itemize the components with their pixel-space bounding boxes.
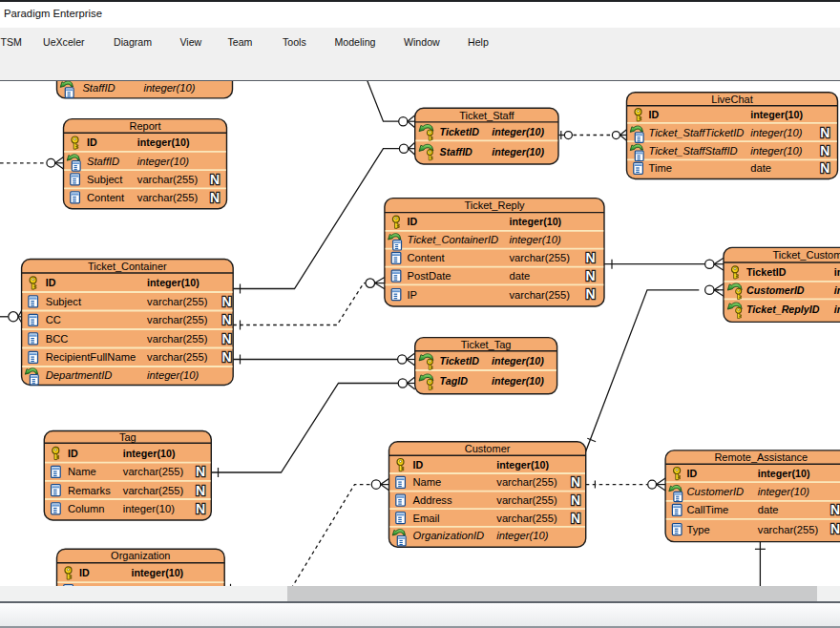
svg-text:Ticket_ContainerID: Ticket_ContainerID <box>408 234 499 245</box>
svg-text:varchar(255): varchar(255) <box>123 466 184 477</box>
svg-text:Remote_Assistance: Remote_Assistance <box>714 451 808 463</box>
svg-text:TicketID: TicketID <box>440 126 480 137</box>
svg-text:integer(10): integer(10) <box>834 284 840 296</box>
svg-text:Content: Content <box>408 252 446 263</box>
svg-text:Tag: Tag <box>119 431 136 443</box>
svg-text:integer(10): integer(10) <box>137 156 189 167</box>
svg-text:BCC: BCC <box>46 333 69 345</box>
svg-text:LiveChat: LiveChat <box>711 94 752 105</box>
svg-text:integer(10): integer(10) <box>492 126 544 137</box>
svg-text:Email: Email <box>413 513 440 524</box>
svg-text:Type: Type <box>687 524 710 535</box>
svg-text:Ticket_Customer: Ticket_Customer <box>772 249 840 261</box>
svg-text:integer(10): integer(10) <box>758 486 809 497</box>
svg-text:Subject: Subject <box>87 174 123 185</box>
svg-text:Organization: Organization <box>111 550 170 561</box>
svg-text:StaffID: StaffID <box>82 82 115 94</box>
svg-text:integer(10): integer(10) <box>834 266 840 278</box>
svg-text:varchar(255): varchar(255) <box>510 252 571 263</box>
svg-text:ID: ID <box>687 468 698 479</box>
svg-text:Ticket_Staff: Ticket_Staff <box>459 110 514 121</box>
svg-text:varchar(255): varchar(255) <box>496 494 557 506</box>
svg-text:date: date <box>758 504 779 515</box>
svg-text:Ticket_Reply: Ticket_Reply <box>464 199 525 211</box>
svg-text:ID: ID <box>87 136 97 148</box>
svg-text:Ticket_ReplyID: Ticket_ReplyID <box>746 304 820 315</box>
svg-text:integer(10): integer(10) <box>750 145 802 157</box>
svg-text:varchar(255): varchar(255) <box>137 192 199 203</box>
svg-text:date: date <box>510 270 531 282</box>
svg-text:varchar(255): varchar(255) <box>496 476 557 488</box>
svg-text:CustomerID: CustomerID <box>746 284 805 296</box>
svg-text:varchar(255): varchar(255) <box>510 289 571 301</box>
svg-text:integer(10): integer(10) <box>750 109 803 120</box>
svg-text:RecipientFullName: RecipientFullName <box>46 351 136 363</box>
svg-text:Ticket_Tag: Ticket_Tag <box>461 339 512 350</box>
svg-text:integer(10): integer(10) <box>492 146 544 157</box>
svg-text:Time: Time <box>649 162 672 174</box>
svg-text:ID: ID <box>68 448 78 459</box>
svg-text:Content: Content <box>87 192 125 203</box>
svg-text:integer(10): integer(10) <box>123 503 175 514</box>
svg-text:Name: Name <box>68 466 96 477</box>
svg-text:CustomerID: CustomerID <box>687 486 745 497</box>
svg-text:ID: ID <box>46 277 56 288</box>
svg-text:varchar(255): varchar(255) <box>137 174 199 185</box>
svg-text:Ticket_Container: Ticket_Container <box>88 261 167 272</box>
svg-text:integer(10): integer(10) <box>147 369 199 381</box>
svg-text:DepartmentID: DepartmentID <box>46 369 113 381</box>
svg-text:TagID: TagID <box>440 375 469 387</box>
svg-text:integer(10): integer(10) <box>123 448 176 459</box>
svg-text:Report: Report <box>129 120 160 132</box>
svg-text:ID: ID <box>79 567 90 578</box>
svg-text:Remarks: Remarks <box>68 485 111 496</box>
svg-text:CC: CC <box>46 314 61 325</box>
svg-text:varchar(255): varchar(255) <box>147 351 208 363</box>
svg-text:varchar(255): varchar(255) <box>123 485 184 496</box>
svg-text:integer(10): integer(10) <box>147 277 200 288</box>
svg-text:varchar(255): varchar(255) <box>147 333 208 345</box>
svg-text:CallTime: CallTime <box>687 504 729 515</box>
svg-text:varchar(255): varchar(255) <box>147 314 208 325</box>
svg-text:Ticket_StaffStaffID: Ticket_StaffStaffID <box>649 145 738 157</box>
svg-text:integer(10): integer(10) <box>750 127 802 138</box>
svg-text:TicketID: TicketID <box>746 266 787 278</box>
svg-text:varchar(255): varchar(255) <box>758 524 819 535</box>
svg-text:Subject: Subject <box>46 296 82 307</box>
svg-text:PostDate: PostDate <box>408 270 452 282</box>
svg-text:TicketID: TicketID <box>440 355 480 366</box>
svg-text:varchar(255): varchar(255) <box>147 296 208 307</box>
svg-text:integer(10): integer(10) <box>143 82 195 94</box>
svg-text:integer(10): integer(10) <box>758 468 810 479</box>
svg-text:OrganizationID: OrganizationID <box>413 530 485 541</box>
svg-text:ID: ID <box>649 109 660 120</box>
svg-text:integer(10): integer(10) <box>137 136 190 148</box>
svg-text:integer(10): integer(10) <box>492 355 544 366</box>
svg-text:Address: Address <box>413 494 452 506</box>
svg-text:integer(10): integer(10) <box>834 304 840 315</box>
svg-text:Ticket_StaffTicketID: Ticket_StaffTicketID <box>649 127 745 138</box>
svg-text:ID: ID <box>413 459 424 471</box>
svg-text:varchar(255): varchar(255) <box>496 513 557 524</box>
svg-text:Customer: Customer <box>465 443 511 454</box>
svg-text:date: date <box>750 162 771 174</box>
svg-text:integer(10): integer(10) <box>492 375 544 387</box>
svg-text:ID: ID <box>408 216 418 227</box>
svg-text:StaffID: StaffID <box>440 146 473 157</box>
svg-text:IP: IP <box>408 289 418 301</box>
svg-text:integer(10): integer(10) <box>510 216 562 227</box>
svg-text:integer(10): integer(10) <box>496 459 549 471</box>
svg-text:integer(10): integer(10) <box>510 234 561 245</box>
svg-text:integer(10): integer(10) <box>132 567 184 578</box>
svg-text:StaffID: StaffID <box>87 156 119 167</box>
svg-text:Name: Name <box>413 476 442 488</box>
svg-text:Column: Column <box>68 503 105 514</box>
svg-text:integer(10): integer(10) <box>496 530 548 541</box>
